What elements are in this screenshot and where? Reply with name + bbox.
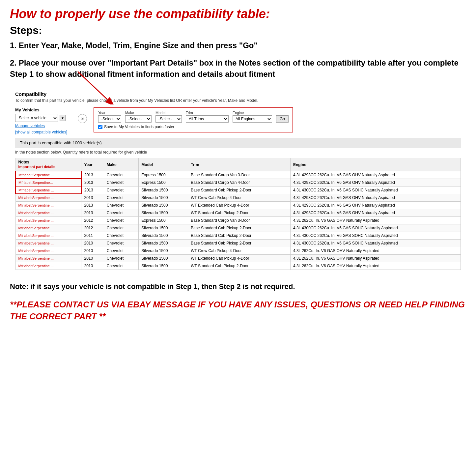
year-cell: 2013	[81, 179, 104, 186]
dropdown-arrow-icon[interactable]: ▼	[60, 115, 66, 121]
notes-cell: Mfrlabel:Serpentine ...	[15, 254, 81, 262]
model-cell: Silverado 1500	[139, 224, 188, 232]
make-select[interactable]: -Select-	[125, 115, 152, 123]
my-vehicles-section: My Vehicles Select a vehicle ▼ Manage ve…	[15, 107, 71, 134]
trim-cell: WT Standard Cab Pickup 2-Door	[188, 262, 291, 270]
model-cell: Silverado 1500	[139, 232, 188, 239]
make-cell: Chevrolet	[104, 186, 139, 194]
engine-cell: 4.3L 4293CC 262Cu. In. V6 GAS OHV Natura…	[290, 201, 461, 209]
table-row: Mfrlabel:Serpentine ... 2010 Chevrolet S…	[15, 254, 461, 262]
table-row: Mfrlabel:Serpentine ... 2013 Chevrolet S…	[15, 209, 461, 216]
make-cell: Chevrolet	[104, 209, 139, 216]
year-cell: 2010	[81, 247, 104, 254]
engine-cell: 4.3L 262Cu. In. V6 GAS OHV Naturally Asp…	[290, 262, 461, 270]
quantity-note: In the notes section below, Quantity ref…	[15, 150, 461, 155]
table-row: Mfrlabel:Serpentine ... 2013 Chevrolet S…	[15, 194, 461, 201]
notes-cell: Mfrlabel:Serpentine ...	[15, 186, 81, 194]
engine-label: Engine	[233, 111, 272, 115]
notes-cell: Mfrlabel:Serpentine ...	[15, 201, 81, 209]
notes-cell: Mfrlabel:Serpentine ...	[15, 171, 81, 179]
year-cell: 2012	[81, 224, 104, 232]
model-cell: Silverado 1500	[139, 254, 188, 262]
make-cell: Chevrolet	[104, 232, 139, 239]
col-year: Year	[81, 158, 104, 171]
engine-cell: 4.3L 4293CC 262Cu. In. V6 GAS OHV Natura…	[290, 171, 461, 179]
trim-cell: Base Standard Cab Pickup 2-Door	[188, 186, 291, 194]
svg-line-1	[78, 72, 107, 100]
compat-count-bar: This part is compatible with 1000 vehicl…	[15, 138, 461, 148]
engine-cell: 4.3L 4300CC 262Cu. In. V6 GAS SOHC Natur…	[290, 239, 461, 247]
notes-cell: Mfrlabel:Serpentine ...	[15, 262, 81, 270]
make-cell: Chevrolet	[104, 201, 139, 209]
make-label: Make	[125, 111, 152, 115]
make-cell: Chevrolet	[104, 254, 139, 262]
year-cell: 2011	[81, 232, 104, 239]
year-label: Year	[98, 111, 121, 115]
col-engine: Engine	[290, 158, 461, 171]
notes-cell: Mfrlabel:Serpentine ...	[15, 247, 81, 254]
year-cell: 2013	[81, 171, 104, 179]
trim-cell: Base Standard Cab Pickup 2-Door	[188, 224, 291, 232]
go-button[interactable]: Go	[276, 115, 289, 123]
arrow-graphic	[74, 68, 117, 104]
year-make-model-section: Year -Select- Make -Select- Model -Selec…	[94, 107, 293, 132]
table-row: Mfrlabel:Serpentine ... 2010 Chevrolet S…	[15, 239, 461, 247]
year-cell: 2013	[81, 201, 104, 209]
trim-cell: Base Standard Cargo Van 3-Door	[188, 171, 291, 179]
col-notes: Notes Important part details	[15, 158, 81, 171]
model-label: Model	[155, 111, 182, 115]
model-cell: Express 1500	[139, 179, 188, 186]
show-all-link[interactable]: [show all compatible vehicles]	[15, 130, 71, 134]
model-cell: Express 1500	[139, 216, 188, 224]
table-row: Mfrlabel:Serpentine ... 2012 Chevrolet E…	[15, 216, 461, 224]
make-cell: Chevrolet	[104, 247, 139, 254]
year-cell: 2013	[81, 186, 104, 194]
notes-cell: Mfrlabel:Serpentine ...	[15, 209, 81, 216]
engine-cell: 4.3L 4300CC 262Cu. In. V6 GAS SOHC Natur…	[290, 186, 461, 194]
make-cell: Chevrolet	[104, 262, 139, 270]
year-cell: 2013	[81, 194, 104, 201]
table-row: Mfrlabel:Serpentine ... 2011 Chevrolet S…	[15, 232, 461, 239]
table-row: Mfrlabel:Serpentine ... 2013 Chevrolet S…	[15, 201, 461, 209]
model-cell: Silverado 1500	[139, 201, 188, 209]
select-vehicle-dropdown[interactable]: Select a vehicle	[15, 114, 58, 122]
trim-cell: WT Extended Cab Pickup 4-Door	[188, 201, 291, 209]
model-cell: Silverado 1500	[139, 239, 188, 247]
engine-cell: 4.3L 262Cu. In. V6 GAS OHV Naturally Asp…	[290, 254, 461, 262]
notes-cell: Mfrlabel:Serpentine ...	[15, 194, 81, 201]
make-cell: Chevrolet	[104, 179, 139, 186]
trim-select[interactable]: All Trims	[186, 115, 229, 123]
trim-label: Trim	[186, 111, 229, 115]
trim-cell: WT Crew Cab Pickup 4-Door	[188, 247, 291, 254]
col-make: Make	[104, 158, 139, 171]
col-model: Model	[139, 158, 188, 171]
notes-cell: Mfrlabel:Serpentine ...	[15, 239, 81, 247]
year-cell: 2013	[81, 209, 104, 216]
engine-cell: 4.3L 4293CC 262Cu. In. V6 GAS OHV Natura…	[290, 209, 461, 216]
make-cell: Chevrolet	[104, 194, 139, 201]
model-cell: Silverado 1500	[139, 209, 188, 216]
table-row: Mfrlabel:Serpentine ... 2013 Chevrolet E…	[15, 171, 461, 179]
trim-cell: Base Standard Cargo Van 4-Door	[188, 179, 291, 186]
model-select[interactable]: -Select-	[155, 115, 182, 123]
year-cell: 2010	[81, 262, 104, 270]
notes-cell: Mfrlabel:Serpentine ...	[15, 224, 81, 232]
note-text: Note: if it says your vehicle is not com…	[10, 282, 466, 292]
make-cell: Chevrolet	[104, 216, 139, 224]
table-row: Mfrlabel:Serpentine... 2013 Chevrolet Ex…	[15, 179, 461, 186]
save-checkbox[interactable]	[98, 125, 102, 129]
trim-cell: WT Standard Cab Pickup 2-Door	[188, 209, 291, 216]
engine-select[interactable]: All Engines	[233, 115, 272, 123]
year-cell: 2010	[81, 254, 104, 262]
step1-text: 1. Enter Year, Make, Model, Trim, Engine…	[10, 40, 466, 51]
manage-vehicles-link[interactable]: Manage vehicles	[15, 124, 71, 128]
year-select[interactable]: -Select-	[98, 115, 121, 123]
make-cell: Chevrolet	[104, 239, 139, 247]
engine-cell: 4.3L 262Cu. In. V6 GAS OHV Naturally Asp…	[290, 216, 461, 224]
trim-cell: WT Extended Cab Pickup 4-Door	[188, 254, 291, 262]
trim-cell: WT Crew Cab Pickup 4-Door	[188, 194, 291, 201]
steps-heading: Steps:	[10, 24, 466, 37]
model-cell: Express 1500	[139, 171, 188, 179]
or-circle: or	[78, 114, 87, 123]
notes-cell: Mfrlabel:Serpentine ...	[15, 216, 81, 224]
